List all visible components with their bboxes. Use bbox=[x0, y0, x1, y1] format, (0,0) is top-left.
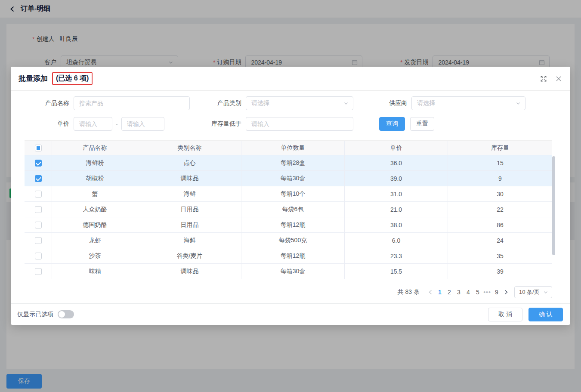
cell-unit-price: 6.0 bbox=[345, 233, 448, 248]
price-label: 单价 bbox=[26, 120, 69, 128]
page-size-value: 10 条/页 bbox=[519, 288, 540, 296]
cell-unit-quantity: 每箱28盒 bbox=[241, 155, 345, 170]
product-name-label: 产品名称 bbox=[26, 99, 69, 107]
cell-product-name: 龙虾 bbox=[52, 233, 138, 248]
table-row[interactable]: 大众奶酪日用品每袋6包21.022 bbox=[25, 202, 552, 217]
table-row[interactable]: 胡椒粉调味品每箱30盒39.09 bbox=[25, 171, 552, 186]
confirm-button[interactable]: 确 认 bbox=[528, 308, 563, 321]
cell-unit-price: 21.0 bbox=[345, 202, 448, 217]
cell-category: 日用品 bbox=[138, 217, 241, 232]
cell-product-name: 胡椒粉 bbox=[52, 171, 138, 186]
product-name-filter: 产品名称 bbox=[26, 96, 190, 110]
filter-row-2: 单价 - 库存量低于 查询 重置 bbox=[11, 117, 570, 131]
cell-stock: 22 bbox=[448, 202, 552, 217]
cell-unit-price: 15.5 bbox=[345, 264, 448, 279]
stock-below-filter: 库存量低于 bbox=[196, 117, 353, 131]
pagination-page[interactable]: 3 bbox=[454, 286, 464, 298]
supplier-filter: 供应商 请选择 bbox=[364, 96, 525, 110]
cell-unit-quantity: 每箱30盒 bbox=[241, 171, 345, 186]
row-checkbox[interactable] bbox=[35, 191, 42, 198]
pagination-page[interactable]: 9 bbox=[492, 286, 501, 298]
cell-stock: 24 bbox=[448, 233, 552, 248]
table-row[interactable]: 蟹海鲜每箱10个31.030 bbox=[25, 186, 552, 202]
fullscreen-icon bbox=[540, 75, 547, 82]
table-scrollbar-thumb[interactable] bbox=[552, 156, 555, 255]
price-min-input[interactable] bbox=[74, 117, 112, 131]
fullscreen-button[interactable] bbox=[540, 75, 547, 82]
category-placeholder: 请选择 bbox=[251, 99, 269, 107]
cell-unit-quantity: 每箱10个 bbox=[241, 186, 345, 201]
pagination: 共 83 条 12345•••9 10 条/页 bbox=[398, 286, 552, 298]
supplier-select[interactable]: 请选择 bbox=[411, 96, 525, 110]
cell-category: 点心 bbox=[138, 155, 241, 170]
stock-below-label: 库存量低于 bbox=[196, 120, 241, 128]
reset-button[interactable]: 重置 bbox=[410, 117, 434, 131]
select-all-checkbox[interactable] bbox=[35, 145, 42, 151]
cell-unit-quantity: 每箱12瓶 bbox=[241, 248, 345, 263]
pagination-page[interactable]: 1 bbox=[435, 286, 445, 298]
next-icon bbox=[504, 290, 508, 295]
batch-add-modal: 批量添加 (已选 6 项) 产品名称 bbox=[11, 67, 570, 325]
cell-unit-price: 39.0 bbox=[345, 171, 448, 186]
cell-product-name: 海鲜粉 bbox=[52, 155, 138, 170]
cell-stock: 35 bbox=[448, 248, 552, 263]
query-button[interactable]: 查询 bbox=[379, 117, 405, 131]
product-table: 产品名称 类别名称 单位数量 单价 库存量 海鲜粉点心每箱28盒36.015胡椒… bbox=[25, 140, 552, 279]
modal-header: 批量添加 (已选 6 项) bbox=[11, 67, 570, 91]
pagination-total: 共 83 条 bbox=[398, 288, 420, 296]
column-header-stock: 库存量 bbox=[448, 141, 552, 155]
table-row[interactable]: 沙茶谷类/麦片每箱12瓶23.335 bbox=[25, 248, 552, 264]
cell-product-name: 德国奶酪 bbox=[52, 217, 138, 232]
product-name-input[interactable] bbox=[74, 96, 190, 110]
row-checkbox[interactable] bbox=[35, 253, 42, 259]
pagination-prev[interactable] bbox=[426, 286, 435, 298]
page-size-select[interactable]: 10 条/页 bbox=[514, 286, 552, 298]
pagination-page[interactable]: 5 bbox=[473, 286, 482, 298]
show-selected-toggle[interactable] bbox=[58, 310, 74, 318]
table-header-row: 产品名称 类别名称 单位数量 单价 库存量 bbox=[25, 140, 552, 155]
supplier-label: 供应商 bbox=[364, 99, 407, 107]
toggle-knob bbox=[59, 311, 65, 318]
column-header-unit-price: 单价 bbox=[345, 141, 448, 155]
cancel-button[interactable]: 取 消 bbox=[488, 308, 522, 321]
row-checkbox[interactable] bbox=[35, 175, 42, 182]
table-row[interactable]: 海鲜粉点心每箱28盒36.015 bbox=[25, 155, 552, 171]
table-row[interactable]: 德国奶酪日用品每箱12瓶38.086 bbox=[25, 217, 552, 233]
show-selected-label: 仅显示已选项 bbox=[17, 311, 53, 318]
cell-unit-quantity: 每袋6包 bbox=[241, 202, 345, 217]
cell-stock: 86 bbox=[448, 217, 552, 232]
row-checkbox[interactable] bbox=[35, 206, 42, 213]
row-checkbox[interactable] bbox=[35, 237, 42, 244]
table-row[interactable]: 龙虾海鲜每袋500克6.024 bbox=[25, 233, 552, 248]
close-button[interactable] bbox=[556, 76, 562, 82]
stock-below-input[interactable] bbox=[246, 117, 353, 131]
pagination-page[interactable]: 2 bbox=[445, 286, 454, 298]
row-checkbox[interactable] bbox=[35, 268, 42, 275]
pagination-ellipsis[interactable]: ••• bbox=[482, 286, 492, 298]
pagination-next[interactable] bbox=[501, 286, 511, 298]
chevron-down-icon bbox=[516, 101, 521, 106]
cell-product-name: 大众奶酪 bbox=[52, 202, 138, 217]
cell-category: 日用品 bbox=[138, 202, 241, 217]
supplier-placeholder: 请选择 bbox=[417, 99, 435, 107]
table-row[interactable]: 味精调味品每箱30盒15.539 bbox=[25, 264, 552, 279]
chevron-down-icon bbox=[543, 290, 548, 295]
prev-icon bbox=[428, 290, 433, 295]
cell-unit-price: 23.3 bbox=[345, 248, 448, 263]
close-icon bbox=[556, 76, 562, 82]
cell-unit-quantity: 每袋500克 bbox=[241, 233, 345, 248]
cell-unit-quantity: 每箱30盒 bbox=[241, 264, 345, 279]
cell-stock: 15 bbox=[448, 155, 552, 170]
row-checkbox[interactable] bbox=[35, 160, 42, 167]
column-header-product-name: 产品名称 bbox=[52, 141, 138, 155]
pagination-pages: 12345•••9 bbox=[435, 286, 501, 298]
price-max-input[interactable] bbox=[121, 117, 164, 131]
modal-title: 批量添加 bbox=[19, 74, 48, 83]
category-filter: 产品类别 请选择 bbox=[196, 96, 353, 110]
pagination-page[interactable]: 4 bbox=[464, 286, 473, 298]
cell-unit-price: 38.0 bbox=[345, 217, 448, 232]
cell-product-name: 蟹 bbox=[52, 186, 138, 201]
row-checkbox[interactable] bbox=[35, 222, 42, 228]
category-select[interactable]: 请选择 bbox=[246, 96, 353, 110]
cell-product-name: 沙茶 bbox=[52, 248, 138, 263]
